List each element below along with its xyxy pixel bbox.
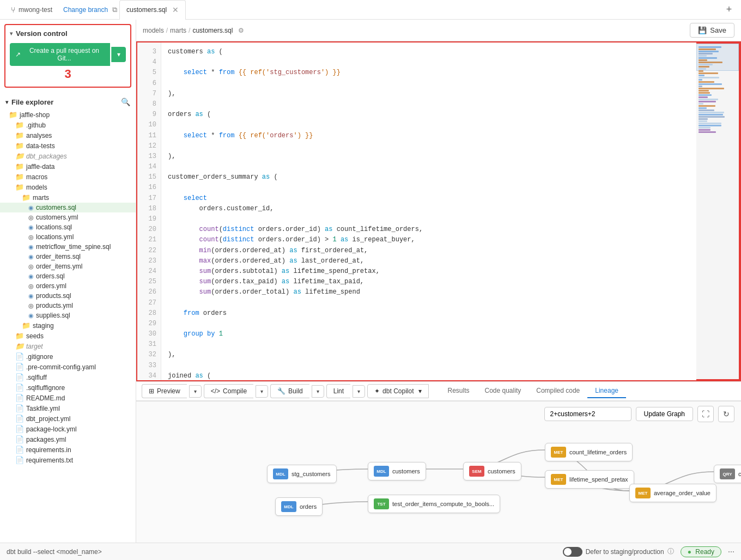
- code-editor[interactable]: customers as ( select * from {{ ref('stg…: [161, 42, 696, 380]
- file-explorer-header[interactable]: ▾ File explorer 🔍: [0, 94, 136, 109]
- preview-button[interactable]: ⊞ Preview: [142, 384, 187, 398]
- minimap-line: [699, 70, 703, 72]
- search-icon[interactable]: 🔍: [121, 98, 130, 106]
- graph-node[interactable]: MDLcustomers: [368, 462, 426, 480]
- graph-node[interactable]: METaverage_order_value: [629, 484, 716, 502]
- file-tree-item[interactable]: 📄package-lock.yml: [0, 424, 136, 434]
- file-tree-item[interactable]: 📁models: [0, 182, 136, 192]
- update-graph-button[interactable]: Update Graph: [636, 407, 693, 421]
- view-tabs: Results Code quality Compiled code Linea…: [440, 384, 626, 398]
- tab-code-quality[interactable]: Code quality: [477, 384, 529, 398]
- minimap-inner: [696, 44, 739, 136]
- file-tree-item[interactable]: 📁target: [0, 341, 136, 351]
- file-tree-item[interactable]: ◉metricflow_time_spine.sql: [0, 242, 136, 252]
- file-tree-item[interactable]: ◎products.yml: [0, 301, 136, 311]
- file-tree-item[interactable]: ◎customers.yml: [0, 212, 136, 222]
- file-tree-item[interactable]: 📄.sqlfluffignore: [0, 382, 136, 393]
- file-name: packages.yml: [26, 436, 66, 443]
- file-tree-item[interactable]: 📄.sqlfluff: [0, 372, 136, 382]
- file-tree-item[interactable]: 📁seeds: [0, 331, 136, 341]
- file-icon: ◉: [28, 273, 34, 280]
- file-tree-item[interactable]: 📁jaffle-shop: [0, 109, 136, 120]
- file-tree-item[interactable]: 📁jaffle-data: [0, 161, 136, 172]
- ready-badge: ● Ready: [681, 546, 721, 557]
- lint-button[interactable]: Lint: [326, 384, 350, 398]
- file-tree-item[interactable]: ◉supplies.sql: [0, 311, 136, 320]
- compile-button[interactable]: </> Compile: [204, 384, 253, 398]
- code-line: sum(orders.tax_paid) as lifetime_tax_pai…: [168, 277, 690, 287]
- file-tree-item[interactable]: 📁macros: [0, 172, 136, 182]
- line-number: 11: [137, 131, 161, 141]
- build-button[interactable]: 🔧 Build: [270, 384, 309, 398]
- file-tree-item[interactable]: 📁staging: [0, 320, 136, 331]
- expand-icon-button[interactable]: ⛶: [697, 406, 714, 422]
- tab-results[interactable]: Results: [440, 384, 477, 398]
- file-name: dbt_project.yml: [26, 415, 70, 423]
- minimap-line: [699, 125, 721, 126]
- breadcrumb-marts: marts: [170, 27, 186, 34]
- graph-node[interactable]: METlifetime_spend_pretax: [545, 470, 634, 489]
- refresh-icon-button[interactable]: ↻: [718, 406, 734, 422]
- graph-node[interactable]: SEMcustomers: [463, 462, 521, 480]
- defer-toggle[interactable]: Defer to staging/production ⓘ: [563, 547, 674, 557]
- code-line: from orders: [168, 308, 690, 319]
- tab-compiled-code[interactable]: Compiled code: [529, 384, 587, 398]
- change-branch-button[interactable]: Change branch: [61, 5, 110, 15]
- file-name: analyses: [26, 132, 52, 139]
- graph-node[interactable]: METcount_lifetime_orders: [545, 443, 633, 461]
- more-options-icon[interactable]: ⋯: [728, 548, 734, 556]
- table-icon: ⊞: [149, 387, 154, 395]
- file-tree-item[interactable]: 📄README.md: [0, 393, 136, 403]
- file-tree-item[interactable]: 📁marts: [0, 192, 136, 203]
- minimap-line: [699, 131, 716, 133]
- close-tab-icon[interactable]: ✕: [172, 5, 179, 14]
- preview-dropdown-arrow[interactable]: ▾: [189, 385, 202, 398]
- file-tree-item[interactable]: ◉customers.sql: [0, 203, 136, 212]
- file-tree-item[interactable]: ◎locations.yml: [0, 232, 136, 242]
- file-icon: 📁: [15, 342, 24, 350]
- graph-node[interactable]: MDLorders: [275, 497, 323, 516]
- create-pr-button[interactable]: ↗ Create a pull request on Git...: [10, 43, 110, 66]
- file-name: models: [26, 184, 47, 191]
- file-tree-item[interactable]: 📁.github: [0, 120, 136, 130]
- graph-node[interactable]: TSTtest_order_items_compute_to_bools...: [368, 495, 500, 513]
- toggle-track[interactable]: [563, 547, 582, 557]
- pr-dropdown-button[interactable]: ▾: [111, 47, 126, 62]
- add-tab-button[interactable]: +: [721, 2, 737, 17]
- file-tree-item[interactable]: 📄packages.yml: [0, 434, 136, 445]
- version-control-header[interactable]: ▾ Version control: [10, 29, 126, 38]
- file-tree-item[interactable]: 📄.pre-commit-config.yaml: [0, 362, 136, 372]
- file-tab[interactable]: customers.sql ✕: [119, 0, 186, 20]
- save-button[interactable]: 💾 Save: [690, 23, 734, 38]
- breadcrumb-info-icon[interactable]: ⚙: [238, 27, 244, 34]
- code-line: max(orders.ordered_at) as last_ordered_a…: [168, 256, 690, 266]
- lineage-search-input[interactable]: [544, 407, 631, 421]
- file-tree-item[interactable]: 📄requirements.txt: [0, 455, 136, 465]
- copilot-button[interactable]: ✦ dbt Copilot ▾: [367, 384, 429, 398]
- node-badge: MDL: [281, 501, 296, 512]
- file-tree-item[interactable]: ◎orders.yml: [0, 281, 136, 291]
- file-tree-item[interactable]: ◉orders.sql: [0, 271, 136, 281]
- file-tree-item[interactable]: ◎order_items.yml: [0, 261, 136, 271]
- file-tree-item[interactable]: 📁analyses: [0, 130, 136, 141]
- compile-dropdown-arrow[interactable]: ▾: [256, 385, 268, 398]
- file-tree-item[interactable]: 📄requirements.in: [0, 445, 136, 455]
- file-tree-item[interactable]: 📄Taskfile.yml: [0, 403, 136, 413]
- tab-lineage[interactable]: Lineage: [587, 384, 626, 398]
- graph-node[interactable]: QRYcustomer_order_metrics: [714, 465, 741, 483]
- file-tree-item[interactable]: 📄dbt_project.yml: [0, 413, 136, 424]
- file-tree-item[interactable]: 📄.gitignore: [0, 351, 136, 362]
- file-tree-item[interactable]: 📁data-tests: [0, 141, 136, 151]
- project-tab[interactable]: ⑂ mwong-test: [4, 0, 59, 20]
- file-tree-item[interactable]: ◉products.sql: [0, 291, 136, 301]
- lint-dropdown-arrow[interactable]: ▾: [353, 385, 365, 398]
- graph-node[interactable]: MDLstg_customers: [267, 465, 337, 483]
- top-bar-right: +: [721, 2, 737, 17]
- copy-icon[interactable]: ⧉: [112, 5, 117, 14]
- code-line: select: [168, 193, 690, 204]
- file-tree-item[interactable]: ◉locations.sql: [0, 222, 136, 232]
- build-dropdown-arrow[interactable]: ▾: [312, 385, 324, 398]
- line-number: 7: [137, 89, 161, 99]
- file-tree-item[interactable]: ◉order_items.sql: [0, 252, 136, 261]
- file-tree-item[interactable]: 📁dbt_packages: [0, 151, 136, 161]
